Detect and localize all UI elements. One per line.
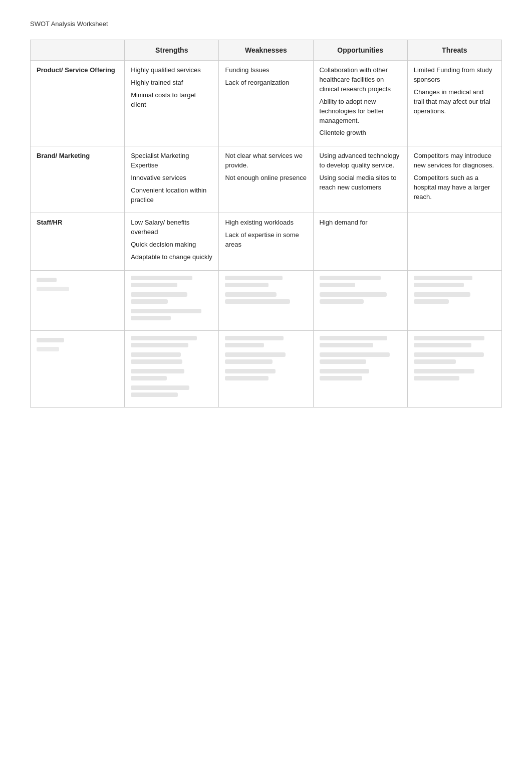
cell-weaknesses: Funding IssuesLack of reorganization [219, 61, 313, 146]
cell-weaknesses: High existing workloadsLack of expertise… [219, 213, 313, 270]
cell-opportunities: Using advanced technology to develop qua… [313, 146, 407, 213]
header-threats: Threats [407, 40, 501, 61]
cell-blurred [219, 330, 313, 407]
cell-strengths: Low Salary/ benefits overheadQuick decis… [125, 213, 219, 270]
cell-strengths: Specialist Marketing ExpertiseInnovative… [125, 146, 219, 213]
cell-threats: Limited Funding from study sponsorsChang… [407, 61, 501, 146]
cell-blurred [407, 270, 501, 330]
row-label: Product/ Service Offering [31, 61, 125, 146]
page-title: SWOT Analysis Worksheet [30, 20, 502, 28]
header-opportunities: Opportunities [313, 40, 407, 61]
cell-opportunities: Collaboration with other healthcare faci… [313, 61, 407, 146]
row-label: Staff/HR [31, 213, 125, 270]
cell-blurred [407, 330, 501, 407]
header-weaknesses: Weaknesses [219, 40, 313, 61]
cell-opportunities: High demand for [313, 213, 407, 270]
cell-blurred [125, 270, 219, 330]
row-label-blurred [31, 330, 125, 407]
header-strengths: Strengths [125, 40, 219, 61]
cell-strengths: Highly qualified servicesHighly trained … [125, 61, 219, 146]
swot-table: Strengths Weaknesses Opportunities Threa… [30, 40, 502, 408]
cell-weaknesses: Not clear what services we provide.Not e… [219, 146, 313, 213]
header-category [31, 40, 125, 61]
cell-blurred [219, 270, 313, 330]
cell-blurred [313, 330, 407, 407]
cell-blurred [125, 330, 219, 407]
cell-blurred [313, 270, 407, 330]
row-label-blurred [31, 270, 125, 330]
row-label: Brand/ Marketing [31, 146, 125, 213]
cell-threats [407, 213, 501, 270]
cell-threats: Competitors may introduce new services f… [407, 146, 501, 213]
